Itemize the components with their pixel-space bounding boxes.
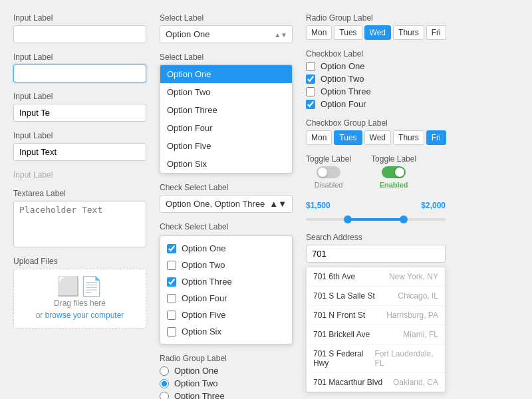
dropdown-option-5[interactable]: Option Five — [160, 137, 292, 155]
day-thurs[interactable]: Thurs — [393, 25, 424, 40]
check-opt-4-cb[interactable] — [167, 294, 176, 303]
day-mon[interactable]: Mon — [306, 25, 332, 40]
check-opt-2-cb[interactable] — [167, 261, 176, 270]
radio-opt-3-btn[interactable] — [160, 392, 169, 400]
addr-city-4: Miami, FL — [403, 330, 438, 339]
cb-opt-2-box[interactable] — [306, 74, 315, 84]
upload-label: Upload Files — [13, 257, 146, 266]
select-field-2-open: Select Label Option One Option Two Optio… — [160, 53, 293, 174]
check-select-label: Check Select Label — [160, 183, 293, 192]
upload-dropzone[interactable]: ⬜📄 Drag files here or browse your comput… — [13, 269, 146, 329]
input-4[interactable] — [13, 143, 146, 161]
toggle-1-thumb — [318, 168, 327, 177]
column-3: Radio Group Label Mon Tues Wed Thurs Fri… — [306, 13, 446, 399]
dropdown-option-1[interactable]: Option One — [160, 65, 292, 83]
radio-opt-2-btn[interactable] — [160, 379, 169, 388]
select-label-2: Select Label — [160, 53, 293, 62]
checkbox-label: Checkbox Label — [306, 49, 446, 59]
search-result-1[interactable]: 701 6th Ave New York, NY — [307, 267, 445, 287]
check-select-dropdown: Option One Option Two Option Three Optio… — [160, 235, 293, 344]
cb-opt-1[interactable]: Option One — [306, 61, 446, 71]
input-label-3: Input Label — [13, 92, 146, 101]
addr-main-3: 701 N Front St — [313, 311, 365, 320]
input-field-4: Input Label — [13, 131, 146, 161]
addr-city-1: New York, NY — [389, 272, 438, 281]
range-thumb-left[interactable] — [344, 215, 352, 223]
input-1[interactable] — [13, 25, 146, 43]
day-tues[interactable]: Tues — [334, 25, 362, 40]
radio-opt-3[interactable]: Option Three — [160, 391, 293, 399]
check-opt-2[interactable]: Option Two — [160, 257, 292, 273]
checkbox-group-label: Checkbox Group Label — [306, 118, 446, 128]
check-select-display[interactable]: Option One, Option Three ▲▼ — [160, 195, 293, 213]
pill-tues[interactable]: Tues — [334, 130, 362, 145]
check-select-wrapper: Option One, Option Three ▲▼ — [160, 195, 293, 213]
check-opt-6-cb[interactable] — [167, 327, 176, 336]
search-input[interactable] — [306, 245, 446, 263]
range-labels: $1,500 $2,000 — [306, 201, 446, 210]
search-result-3[interactable]: 701 N Front St Harrisburg, PA — [307, 306, 445, 325]
radio-day-field: Radio Group Label Mon Tues Wed Thurs Fri — [306, 13, 446, 40]
cb-opt-4[interactable]: Option Four — [306, 99, 446, 109]
toggle-2-state: Enabled — [380, 181, 408, 189]
check-select-field: Check Select Label Option One, Option Th… — [160, 183, 293, 213]
radio-opt-1-btn[interactable] — [160, 366, 169, 376]
input-3[interactable] — [13, 104, 146, 122]
dropdown-option-6[interactable]: Option Six — [160, 155, 292, 173]
day-wed[interactable]: Wed — [364, 25, 391, 40]
cb-opt-4-box[interactable] — [306, 100, 315, 109]
search-result-5[interactable]: 701 S Federal Hwy Fort Lauderdale, FL — [307, 344, 445, 373]
check-select-label-2: Check Select Label — [160, 222, 293, 231]
check-opt-1[interactable]: Option One — [160, 240, 292, 257]
check-opt-1-cb[interactable] — [167, 244, 176, 253]
select-1[interactable]: Option One Option Two Option Three Optio… — [160, 25, 293, 43]
select-field-1: Select Label Option One Option Two Optio… — [160, 13, 293, 43]
dropdown-option-4[interactable]: Option Four — [160, 119, 292, 137]
range-track[interactable] — [306, 218, 446, 221]
input-field-5: Input Label — [13, 170, 146, 180]
checkbox-group: Option One Option Two Option Three Optio… — [306, 61, 446, 109]
check-opt-4[interactable]: Option Four — [160, 290, 292, 307]
pill-thurs[interactable]: Thurs — [393, 130, 424, 145]
search-result-4[interactable]: 701 Brickell Ave Miami, FL — [307, 325, 445, 344]
range-min: $1,500 — [306, 201, 331, 210]
check-opt-6[interactable]: Option Six — [160, 323, 292, 340]
radio-opt-1[interactable]: Option One — [160, 366, 293, 376]
check-opt-3-cb[interactable] — [167, 277, 176, 287]
pill-wed[interactable]: Wed — [364, 130, 391, 145]
check-select-open: Check Select Label Option One Option Two… — [160, 222, 293, 344]
pill-fri[interactable]: Fri — [426, 130, 446, 145]
toggle-field: Toggle Label Disabled Toggle Label Enabl… — [306, 154, 446, 189]
range-thumb-right[interactable] — [400, 215, 408, 223]
cb-opt-2[interactable]: Option Two — [306, 74, 446, 84]
addr-city-6: Oakland, CA — [393, 378, 438, 387]
textarea-input[interactable] — [13, 201, 146, 247]
toggle-2-track[interactable] — [382, 166, 406, 178]
check-opt-3[interactable]: Option Three — [160, 273, 292, 290]
drag-text: Drag files here — [54, 299, 106, 308]
dropdown-option-3[interactable]: Option Three — [160, 101, 292, 119]
dropdown-open: Option One Option Two Option Three Optio… — [160, 65, 293, 174]
check-opt-5-cb[interactable] — [167, 311, 176, 320]
addr-main-6: 701 Macarthur Blvd — [313, 378, 382, 387]
search-result-6[interactable]: 701 Macarthur Blvd Oakland, CA — [307, 373, 445, 392]
check-opt-5[interactable]: Option Five — [160, 307, 292, 323]
range-max: $2,000 — [421, 201, 446, 210]
addr-city-5: Fort Lauderdale, FL — [374, 349, 438, 368]
toggle-1-track[interactable] — [317, 166, 340, 178]
input-2[interactable] — [13, 65, 146, 82]
radio-label: Radio Group Label — [160, 354, 293, 363]
toggle-2-thumb — [395, 168, 404, 177]
browse-link[interactable]: browse your computer — [45, 311, 124, 320]
day-fri[interactable]: Fri — [426, 25, 446, 40]
toggle-label-1: Toggle Label — [306, 154, 351, 164]
pill-mon[interactable]: Mon — [306, 130, 332, 145]
search-result-2[interactable]: 701 S La Salle St Chicago, IL — [307, 287, 445, 306]
cb-opt-3-box[interactable] — [306, 87, 315, 96]
cb-opt-3[interactable]: Option Three — [306, 86, 446, 96]
addr-main-1: 701 6th Ave — [313, 272, 355, 281]
dropdown-option-2[interactable]: Option Two — [160, 83, 292, 101]
radio-opt-2[interactable]: Option Two — [160, 378, 293, 388]
search-field: Search Address 701 6th Ave New York, NY … — [306, 233, 446, 392]
cb-opt-1-box[interactable] — [306, 62, 315, 71]
